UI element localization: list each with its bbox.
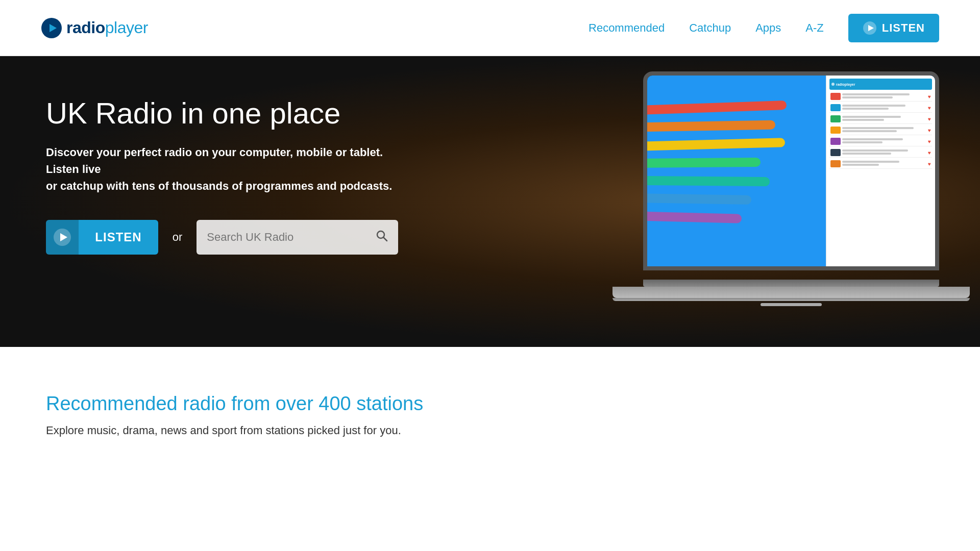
search-icon [376, 230, 388, 242]
search-box [197, 220, 398, 255]
nav-catchup[interactable]: Catchup [689, 21, 731, 35]
logo-icon [41, 17, 62, 39]
lower-section: Recommended radio from over 400 stations… [0, 347, 980, 468]
section-description: Explore music, drama, news and sport fro… [46, 424, 934, 437]
panel-row: ♥ [829, 103, 932, 113]
hero-play-icon-wrap [46, 220, 79, 255]
hero-description: Discover your perfect radio on your comp… [46, 144, 393, 194]
logo[interactable]: radioplayer [41, 17, 148, 39]
panel-row: ♥ [829, 148, 932, 158]
screen-panel: radioplayer ♥ ♥ ♥ [826, 76, 935, 266]
hero-or-text: or [173, 231, 183, 244]
nav-recommended[interactable]: Recommended [589, 21, 665, 35]
panel-row: ♥ [829, 126, 932, 135]
laptop-mockup: radioplayer ♥ ♥ ♥ [612, 71, 960, 332]
laptop-screen-inner: radioplayer ♥ ♥ ♥ [647, 76, 935, 266]
section-title: Recommended radio from over 400 stations [46, 393, 934, 415]
nav-apps[interactable]: Apps [755, 21, 781, 35]
hero-actions: LISTEN or [46, 220, 398, 255]
laptop-screen-outer: radioplayer ♥ ♥ ♥ [643, 71, 939, 270]
panel-row: ♥ [829, 114, 932, 124]
hero-title: UK Radio in one place [46, 97, 398, 130]
header-listen-button[interactable]: LISTEN [848, 14, 939, 42]
screen-lines [647, 91, 835, 243]
panel-row: ♥ [829, 137, 932, 146]
panel-row: ♥ [829, 92, 932, 102]
panel-row: ♥ [829, 159, 932, 169]
laptop-base [612, 280, 970, 306]
hero-play-icon [53, 228, 71, 246]
logo-text: radioplayer [66, 18, 148, 37]
svg-line-7 [384, 237, 387, 241]
header-play-icon [863, 21, 877, 35]
nav: Recommended Catchup Apps A-Z LISTEN [589, 14, 939, 42]
panel-header: radioplayer [829, 79, 932, 90]
header: radioplayer Recommended Catchup Apps A-Z… [0, 0, 980, 56]
nav-az[interactable]: A-Z [805, 21, 823, 35]
search-button[interactable] [376, 230, 388, 245]
search-input[interactable] [207, 231, 371, 244]
hero-content: UK Radio in one place Discover your perf… [0, 56, 398, 255]
hero-section: radioplayer ♥ ♥ ♥ [0, 56, 980, 347]
hero-listen-button[interactable]: LISTEN [46, 220, 158, 255]
